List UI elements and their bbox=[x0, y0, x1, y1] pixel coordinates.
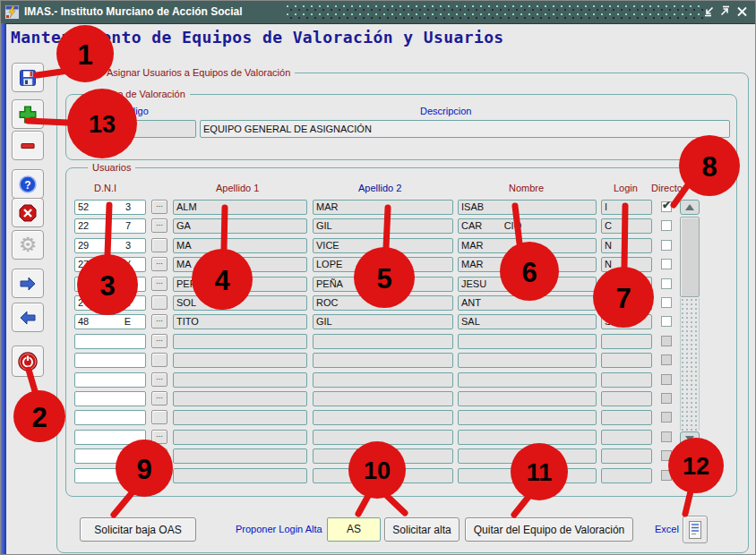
dni-lov-button[interactable]: ... bbox=[151, 372, 168, 387]
dni-lov-button[interactable]: ... bbox=[151, 257, 168, 271]
apellido2-field[interactable]: LOPE bbox=[313, 257, 453, 272]
dni-lov-button[interactable]: ... bbox=[151, 430, 168, 444]
directo-checkbox[interactable] bbox=[661, 278, 672, 289]
nombre-field[interactable] bbox=[458, 353, 597, 368]
nombre-field[interactable] bbox=[458, 372, 597, 388]
apellido2-field[interactable] bbox=[313, 391, 453, 406]
directo-checkbox[interactable] bbox=[661, 316, 672, 327]
nombre-field[interactable] bbox=[458, 468, 597, 483]
nombre-field[interactable]: CAR CIO bbox=[458, 218, 597, 234]
login-field[interactable]: I bbox=[601, 200, 652, 215]
minimize-icon[interactable] bbox=[702, 4, 716, 19]
dni-lov-button[interactable]: ... bbox=[151, 314, 168, 329]
help-button[interactable]: ? bbox=[12, 169, 44, 199]
dni-field[interactable] bbox=[74, 468, 146, 483]
login-field[interactable] bbox=[601, 334, 652, 349]
apellido1-field[interactable] bbox=[173, 430, 307, 445]
apellido2-field[interactable] bbox=[313, 353, 453, 368]
dni-field[interactable] bbox=[74, 391, 146, 406]
delete-button[interactable] bbox=[12, 131, 44, 160]
dni-field[interactable]: 227 bbox=[74, 218, 146, 234]
dni-field[interactable] bbox=[74, 410, 146, 425]
login-field[interactable] bbox=[601, 391, 652, 406]
dni-lov-button[interactable]: ... bbox=[151, 448, 168, 463]
login-field[interactable]: C bbox=[601, 218, 652, 234]
excel-button[interactable] bbox=[683, 516, 708, 543]
directo-checkbox[interactable]: ✔ bbox=[661, 201, 672, 212]
dni-field[interactable] bbox=[74, 334, 146, 349]
apellido1-field[interactable] bbox=[173, 353, 307, 368]
codigo-field[interactable] bbox=[73, 120, 196, 138]
apellido2-field[interactable]: PEÑA bbox=[313, 277, 453, 292]
apellido2-field[interactable]: VICE bbox=[313, 238, 453, 253]
apellido1-field[interactable]: ALM bbox=[173, 200, 307, 215]
save-button[interactable] bbox=[12, 63, 44, 92]
nombre-field[interactable]: MAR bbox=[458, 257, 597, 272]
quitar-equipo-button[interactable]: Quitar del Equipo de Valoración bbox=[465, 517, 633, 542]
dni-field[interactable]: 293 bbox=[74, 238, 146, 253]
scrollbar-up-button[interactable] bbox=[680, 200, 700, 215]
login-alta-field[interactable]: AS bbox=[327, 517, 381, 542]
apellido2-field[interactable]: GIL bbox=[313, 314, 453, 329]
dni-field[interactable]: 2M bbox=[74, 295, 146, 311]
nombre-field[interactable]: ISAB bbox=[458, 200, 597, 215]
apellido1-field[interactable] bbox=[173, 391, 307, 406]
dni-lov-button[interactable] bbox=[151, 468, 168, 482]
dni-field[interactable] bbox=[74, 430, 146, 445]
close-icon[interactable] bbox=[735, 4, 749, 19]
login-field[interactable] bbox=[601, 430, 652, 445]
dni-lov-button[interactable]: ... bbox=[151, 200, 168, 214]
login-field[interactable] bbox=[601, 448, 652, 464]
apellido1-field[interactable] bbox=[173, 372, 307, 388]
dni-lov-button[interactable] bbox=[151, 238, 168, 252]
apellido1-field[interactable]: GA bbox=[173, 218, 307, 234]
nombre-field[interactable]: SAL bbox=[458, 314, 597, 329]
directo-checkbox[interactable] bbox=[661, 374, 672, 385]
dni-field[interactable] bbox=[74, 448, 146, 464]
dni-field[interactable]: 48E bbox=[74, 314, 146, 329]
apellido2-field[interactable] bbox=[313, 468, 453, 483]
dni-field[interactable] bbox=[74, 277, 146, 292]
directo-checkbox[interactable] bbox=[661, 412, 672, 423]
login-field[interactable]: N bbox=[601, 238, 652, 253]
nombre-field[interactable] bbox=[458, 410, 597, 425]
dni-lov-button[interactable]: ... bbox=[151, 218, 168, 233]
directo-checkbox[interactable] bbox=[661, 431, 672, 442]
directo-checkbox[interactable] bbox=[661, 393, 672, 404]
login-field[interactable] bbox=[601, 468, 652, 483]
apellido1-field[interactable]: SOL bbox=[173, 295, 307, 311]
login-field[interactable]: N bbox=[601, 257, 652, 272]
apellido1-field[interactable] bbox=[173, 334, 307, 349]
nombre-field[interactable]: MAR bbox=[458, 238, 597, 253]
directo-checkbox[interactable] bbox=[661, 470, 672, 481]
apellido1-field[interactable] bbox=[173, 448, 307, 464]
nombre-field[interactable]: JESU bbox=[458, 277, 597, 292]
apellido2-field[interactable] bbox=[313, 448, 453, 464]
apellido2-field[interactable] bbox=[313, 410, 453, 425]
directo-checkbox[interactable] bbox=[661, 259, 672, 269]
directo-checkbox[interactable] bbox=[661, 220, 672, 231]
apellido2-field[interactable] bbox=[313, 334, 453, 349]
dni-lov-button[interactable] bbox=[151, 410, 168, 424]
apellido1-field[interactable]: MA bbox=[173, 238, 307, 253]
nombre-field[interactable]: ANT bbox=[458, 295, 597, 311]
apellido2-field[interactable]: ROC bbox=[313, 295, 453, 311]
solicitar-alta-button[interactable]: Solicitar alta bbox=[384, 517, 460, 542]
dni-field[interactable] bbox=[74, 353, 146, 368]
login-field[interactable] bbox=[601, 410, 652, 425]
nombre-field[interactable] bbox=[458, 391, 597, 406]
dni-field[interactable]: 523 bbox=[74, 200, 146, 215]
apellido1-field[interactable] bbox=[173, 468, 307, 483]
apellido1-field[interactable] bbox=[173, 410, 307, 425]
apellido1-field[interactable]: TITO bbox=[173, 314, 307, 329]
directo-checkbox[interactable] bbox=[661, 297, 672, 308]
scrollbar-thumb[interactable] bbox=[680, 217, 700, 297]
nombre-field[interactable] bbox=[458, 430, 597, 445]
scrollbar-down-button[interactable] bbox=[680, 431, 700, 447]
login-field[interactable] bbox=[601, 277, 652, 292]
maximize-icon[interactable] bbox=[718, 4, 732, 19]
apellido2-field[interactable]: GIL bbox=[313, 218, 453, 234]
apellido1-field[interactable]: PER bbox=[173, 277, 307, 292]
nombre-field[interactable] bbox=[458, 334, 597, 349]
dni-lov-button[interactable]: ... bbox=[151, 391, 168, 406]
